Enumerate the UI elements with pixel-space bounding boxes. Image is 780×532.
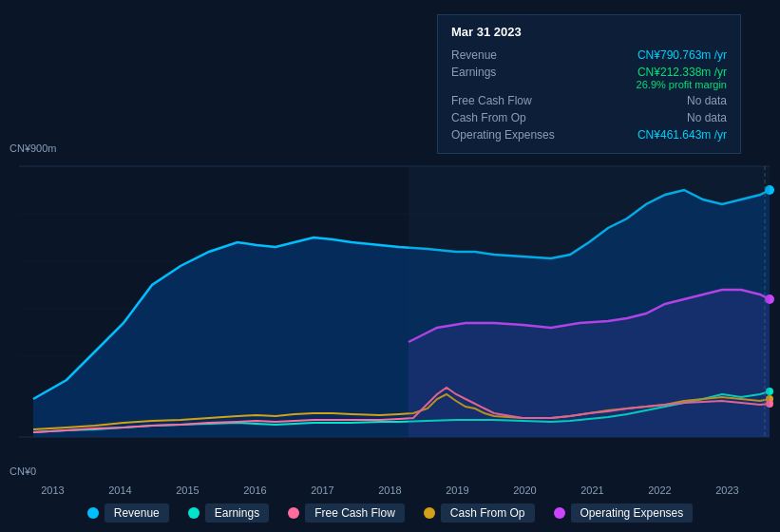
tooltip-earnings-row: Earnings CN¥212.338m /yr 26.9% profit ma… (451, 64, 727, 92)
x-label-2022: 2022 (648, 484, 671, 496)
legend-fcf-dot (288, 507, 299, 519)
tooltip-cashfromop-label: Cash From Op (451, 111, 565, 124)
svg-rect-13 (409, 166, 770, 437)
tooltip-title: Mar 31 2023 (451, 25, 727, 39)
tooltip-opex-label: Operating Expenses (451, 128, 565, 142)
tooltip-fcf-value: No data (687, 94, 727, 107)
data-tooltip: Mar 31 2023 Revenue CN¥790.763m /yr Earn… (437, 14, 741, 154)
legend-opex-label: Operating Expenses (571, 504, 694, 522)
tooltip-cashfromop-row: Cash From Op No data (451, 109, 727, 126)
x-axis: 2013 2014 2015 2016 2017 2018 2019 2020 … (0, 484, 780, 496)
legend-cashfromop-dot (424, 507, 435, 519)
legend-opex[interactable]: Operating Expenses (554, 504, 694, 522)
chart-legend: Revenue Earnings Free Cash Flow Cash Fro… (0, 504, 780, 522)
tooltip-earnings-label: Earnings (451, 66, 565, 79)
legend-opex-dot (554, 507, 565, 519)
tooltip-opex-value: CN¥461.643m /yr (637, 128, 727, 142)
x-label-2017: 2017 (311, 484, 333, 496)
tooltip-fcf-row: Free Cash Flow No data (451, 92, 727, 109)
x-label-2021: 2021 (580, 484, 603, 496)
legend-cashfromop-label: Cash From Op (441, 504, 535, 522)
tooltip-revenue-row: Revenue CN¥790.763m /yr (451, 47, 727, 64)
tooltip-cashfromop-value: No data (687, 111, 727, 124)
tooltip-fcf-label: Free Cash Flow (451, 94, 565, 107)
tooltip-profit-margin: 26.9% profit margin (637, 79, 727, 90)
tooltip-revenue-label: Revenue (451, 48, 565, 62)
legend-cashfromop[interactable]: Cash From Op (424, 504, 535, 522)
legend-revenue[interactable]: Revenue (87, 504, 169, 522)
tooltip-earnings-value: CN¥212.338m /yr (637, 66, 727, 79)
x-label-2018: 2018 (378, 484, 401, 496)
legend-earnings-dot (188, 507, 200, 519)
legend-earnings[interactable]: Earnings (188, 504, 269, 522)
x-label-2019: 2019 (446, 484, 468, 496)
tooltip-earnings-group: CN¥212.338m /yr 26.9% profit margin (637, 66, 727, 90)
chart-container: CN¥900m CN¥0 Mar 31 2023 Revenue CN¥790.… (0, 0, 780, 532)
legend-fcf-label: Free Cash Flow (305, 504, 405, 522)
tooltip-opex-row: Operating Expenses CN¥461.643m /yr (451, 126, 727, 143)
legend-revenue-dot (87, 507, 99, 519)
x-label-2014: 2014 (108, 484, 131, 496)
tooltip-revenue-value: CN¥790.763m /yr (637, 48, 727, 62)
y-axis-top-label: CN¥900m (10, 142, 57, 154)
y-axis-zero-label: CN¥0 (10, 466, 36, 477)
legend-earnings-label: Earnings (205, 504, 269, 522)
x-label-2020: 2020 (513, 484, 536, 496)
x-label-2016: 2016 (243, 484, 266, 496)
x-label-2013: 2013 (41, 484, 64, 496)
x-label-2015: 2015 (176, 484, 199, 496)
legend-revenue-label: Revenue (105, 504, 169, 522)
x-label-2023: 2023 (715, 484, 738, 496)
legend-fcf[interactable]: Free Cash Flow (288, 504, 405, 522)
